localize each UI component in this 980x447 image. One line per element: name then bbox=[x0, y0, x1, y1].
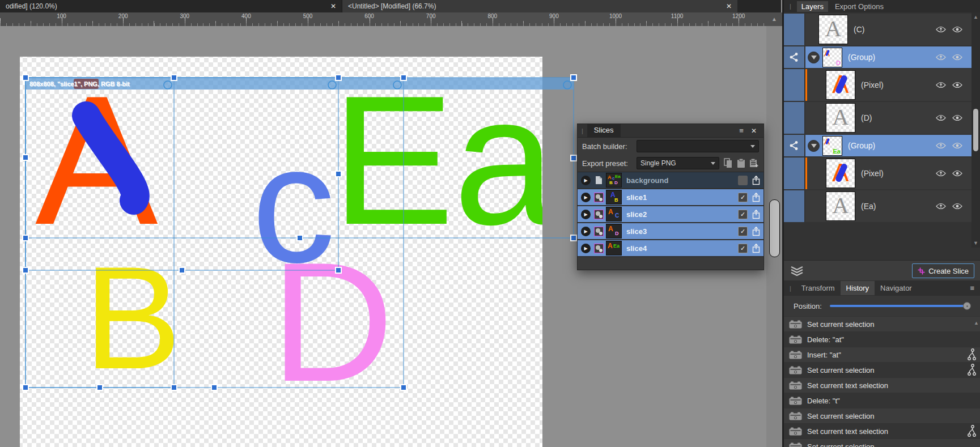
thumb-letter: D bbox=[836, 60, 841, 66]
panel-menu-icon[interactable]: ≡ bbox=[970, 284, 974, 292]
scroll-down-icon[interactable]: ▼ bbox=[971, 240, 980, 246]
history-item[interactable]: Set current text selection bbox=[784, 424, 980, 439]
create-slice-button[interactable]: Create Slice bbox=[912, 263, 974, 278]
branch-icon[interactable] bbox=[967, 364, 977, 376]
visibility-icon[interactable] bbox=[952, 82, 962, 88]
branch-icon[interactable] bbox=[967, 348, 977, 361]
visibility-icon[interactable] bbox=[952, 170, 962, 177]
slice-row-slice1[interactable]: ▶ABslice1✓ bbox=[578, 189, 763, 206]
layer-row-c[interactable]: A(C) bbox=[784, 14, 971, 45]
visibility-icon[interactable] bbox=[952, 26, 962, 33]
export-slice-icon[interactable] bbox=[752, 176, 760, 185]
history-item[interactable]: Set current selection bbox=[784, 439, 980, 447]
slice-row-slice2[interactable]: ▶ACslice2✓ bbox=[578, 206, 763, 223]
close-icon[interactable]: ✕ bbox=[330, 2, 336, 10]
export-checkbox[interactable] bbox=[738, 176, 748, 185]
tab-transform[interactable]: Transform bbox=[796, 281, 841, 295]
layer-row-ea[interactable]: A(Ea) bbox=[784, 190, 971, 222]
tab-layers[interactable]: Layers bbox=[797, 1, 828, 12]
export-visibility-icon[interactable] bbox=[936, 26, 946, 33]
scrollbar-thumb[interactable] bbox=[769, 199, 780, 257]
layer-rail[interactable] bbox=[784, 157, 804, 189]
document-tab-inactive[interactable]: odified] (120.0%) ✕ bbox=[0, 0, 342, 12]
layer-row-group[interactable]: AD(Group) bbox=[784, 46, 971, 68]
export-checkbox[interactable]: ✓ bbox=[738, 244, 748, 253]
export-slice-icon[interactable] bbox=[752, 193, 760, 202]
play-icon[interactable]: ▶ bbox=[581, 193, 591, 202]
export-checkbox[interactable]: ✓ bbox=[738, 210, 748, 219]
paste-icon[interactable] bbox=[737, 158, 745, 168]
visibility-icon[interactable] bbox=[952, 203, 962, 210]
history-item[interactable]: Set current selection bbox=[784, 363, 980, 377]
canvas-letter-D[interactable]: D bbox=[271, 227, 394, 417]
tab-history[interactable]: History bbox=[841, 281, 875, 295]
visibility-icon[interactable] bbox=[952, 142, 962, 149]
collapse-group-icon[interactable] bbox=[808, 52, 820, 63]
history-item[interactable]: Delete: "at" bbox=[784, 332, 980, 347]
close-icon[interactable]: ✕ bbox=[726, 2, 732, 10]
scrollbar-thumb[interactable] bbox=[973, 109, 978, 151]
export-visibility-icon[interactable] bbox=[936, 203, 946, 210]
history-step-icon bbox=[789, 335, 802, 344]
slider-track[interactable] bbox=[830, 305, 970, 307]
slice-handle-inner bbox=[336, 172, 341, 176]
slice-row-slice4[interactable]: ▶AEaslice4✓ bbox=[578, 240, 763, 257]
layer-rail[interactable] bbox=[784, 46, 804, 68]
export-visibility-icon[interactable] bbox=[936, 54, 946, 61]
history-item[interactable]: Delete: "t" bbox=[784, 393, 980, 408]
paste-plus-icon[interactable] bbox=[749, 158, 759, 168]
history-item[interactable]: Insert: "at" bbox=[784, 347, 980, 362]
export-visibility-icon[interactable] bbox=[936, 82, 946, 88]
collapse-group-icon[interactable] bbox=[808, 140, 820, 152]
export-slice-icon[interactable] bbox=[752, 227, 760, 236]
export-checkbox[interactable]: ✓ bbox=[738, 227, 748, 236]
layer-rail[interactable] bbox=[784, 69, 804, 101]
layers-scrollbar[interactable]: ▲ ▼ bbox=[971, 12, 980, 248]
visibility-icon[interactable] bbox=[952, 54, 962, 61]
layer-rail[interactable] bbox=[784, 190, 804, 222]
tab-navigator[interactable]: Navigator bbox=[875, 281, 918, 295]
layer-row-d[interactable]: A(D) bbox=[784, 102, 971, 134]
panel-menu-icon[interactable]: ≡ bbox=[739, 126, 743, 135]
copy-icon[interactable] bbox=[724, 158, 733, 168]
tab-export-options[interactable]: Export Options bbox=[830, 1, 888, 12]
layer-rail[interactable] bbox=[784, 14, 804, 45]
history-item[interactable]: Set current selection bbox=[784, 408, 980, 423]
group-thumbnail: AEa bbox=[822, 136, 842, 156]
batch-builder-dropdown[interactable] bbox=[637, 140, 759, 152]
export-visibility-icon[interactable] bbox=[936, 114, 946, 121]
history-item[interactable]: Set current selection bbox=[784, 317, 980, 331]
flatten-layers-icon[interactable] bbox=[790, 266, 804, 276]
canvas-letter-B[interactable]: B bbox=[84, 236, 181, 399]
slice-row-background[interactable]: ▶AcEaBDbackground bbox=[578, 172, 763, 189]
history-position-slider[interactable] bbox=[830, 302, 970, 310]
branch-icon[interactable] bbox=[967, 425, 977, 437]
export-visibility-icon[interactable] bbox=[936, 142, 946, 149]
visibility-icon[interactable] bbox=[952, 114, 962, 121]
layer-row-pixel[interactable]: A(Pixel) bbox=[784, 69, 971, 101]
play-icon[interactable]: ▶ bbox=[581, 227, 591, 236]
export-visibility-icon[interactable] bbox=[936, 170, 946, 177]
close-icon[interactable]: ✕ bbox=[751, 127, 757, 135]
export-checkbox[interactable]: ✓ bbox=[738, 193, 748, 202]
history-item[interactable]: Set current text selection bbox=[784, 378, 980, 393]
play-icon[interactable]: ▶ bbox=[581, 244, 591, 253]
slider-thumb[interactable] bbox=[963, 302, 971, 310]
layer-rail[interactable] bbox=[784, 135, 804, 156]
play-icon[interactable]: ▶ bbox=[581, 176, 591, 185]
canvas-vertical-scrollbar[interactable]: ▲ bbox=[766, 12, 782, 447]
export-preset-dropdown[interactable]: Single PNG bbox=[637, 157, 719, 169]
layer-row-pixel[interactable]: A(Pixel) bbox=[784, 157, 971, 189]
scroll-up-icon[interactable]: ▲ bbox=[974, 320, 979, 326]
layer-rail[interactable] bbox=[784, 102, 804, 134]
thumb-letter: Ea bbox=[833, 148, 841, 155]
slices-panel-header[interactable]: | Slices ≡ ✕ bbox=[578, 124, 763, 138]
play-icon[interactable]: ▶ bbox=[581, 210, 591, 219]
scroll-up-icon[interactable]: ▲ bbox=[971, 14, 980, 20]
slice-row-slice3[interactable]: ▶ADslice3✓ bbox=[578, 223, 763, 240]
layer-row-group[interactable]: AEa(Group) bbox=[784, 135, 971, 156]
document-tab-active[interactable]: <Untitled> [Modified] (66.7%) ✕ bbox=[342, 0, 737, 12]
export-slice-icon[interactable] bbox=[752, 210, 760, 219]
scroll-up-icon[interactable]: ▲ bbox=[766, 12, 782, 26]
export-slice-icon[interactable] bbox=[752, 244, 760, 253]
